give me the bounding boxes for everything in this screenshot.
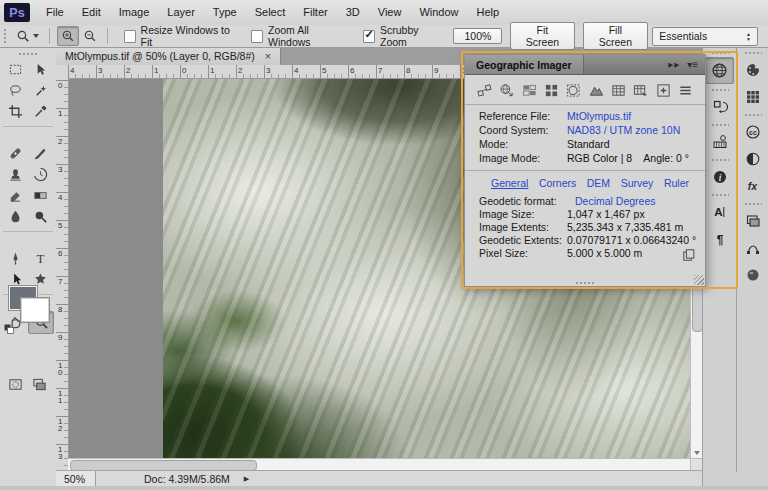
terrain-shader-button[interactable] [587,82,606,99]
transform-button[interactable] [475,82,494,99]
coord-system-link[interactable]: NAD83 / UTM zone 10N [567,124,680,136]
history-panel-button[interactable] [706,94,733,119]
zoom-percent-button[interactable]: 100% [453,28,502,44]
menu-help[interactable]: Help [468,0,509,25]
menu-filter[interactable]: Filter [294,0,336,25]
menu-layer[interactable]: Layer [158,0,204,25]
attribute-table-button[interactable] [609,82,628,99]
fit-screen-button[interactable]: Fit Screen [510,22,574,50]
history-brush-tool[interactable] [28,164,52,185]
drag-dots[interactable] [744,202,762,206]
marquee-tool[interactable] [3,59,27,80]
drag-dots[interactable] [744,113,762,117]
fill-screen-button[interactable]: Fill Screen [583,22,649,50]
styles-panel-button[interactable]: fx [740,173,767,198]
paths-panel-button[interactable] [740,235,767,260]
panel-resize-grip[interactable] [694,275,704,285]
timeline-panel-button[interactable] [706,129,733,154]
gradient-tool[interactable] [28,185,52,206]
paragraph-panel-button[interactable]: ¶ [706,226,733,251]
eyedropper-tool[interactable] [28,101,52,122]
checkbox-icon[interactable] [124,30,136,43]
libraries-panel-button[interactable]: cc [740,119,767,144]
crop-tool[interactable] [3,101,27,122]
menu-window[interactable]: Window [410,0,467,25]
background-color-swatch[interactable] [21,298,49,322]
tab-survey[interactable]: Survey [621,177,654,189]
panel-menu-icon[interactable]: ▾≡ [687,59,698,70]
tab-ruler[interactable]: Ruler [664,177,689,189]
scrubby-zoom-checkbox[interactable]: Scrubby Zoom [363,24,439,48]
collapse-panel-icon[interactable]: ▶▶ [668,61,680,69]
options-bar-grip[interactable] [3,28,7,44]
menu-3d[interactable]: 3D [337,0,369,25]
zoom-in-button[interactable] [57,26,78,46]
menu-edit[interactable]: Edit [73,0,110,25]
copy-info-icon[interactable] [682,248,696,262]
info-panel-button[interactable]: i [706,164,733,189]
drag-dots[interactable] [744,51,762,55]
menu-type[interactable]: Type [204,0,246,25]
drag-dots[interactable] [711,51,729,55]
zoom-out-button[interactable] [81,27,100,45]
menu-image[interactable]: Image [110,0,159,25]
tool-preset-picker[interactable] [12,29,43,43]
zoom-all-windows-checkbox[interactable]: Zoom All Windows [251,24,343,48]
zoom-level-field[interactable]: 50% [56,471,96,487]
tab-corners[interactable]: Corners [539,177,576,189]
default-colors-icon[interactable] [3,323,15,335]
healing-brush-tool[interactable] [3,143,27,164]
mosaic-button[interactable] [520,82,539,99]
drag-dots[interactable] [575,281,595,285]
menu-select[interactable]: Select [246,0,295,25]
brush-tool[interactable] [28,143,52,164]
workspace-switcher[interactable]: Essentials ▲▼ [652,27,758,46]
lasso-tool[interactable] [3,80,27,101]
magic-wand-tool[interactable] [28,80,52,101]
scroll-down-button[interactable] [691,447,702,458]
panel-tools-button[interactable] [676,82,695,99]
reference-file-link[interactable]: MtOlympus.tif [567,110,631,122]
tab-general[interactable]: General [491,177,528,189]
menu-file[interactable]: File [37,0,73,25]
export-table-button[interactable] [631,82,650,99]
clone-stamp-tool[interactable] [3,164,27,185]
3d-panel-button[interactable] [740,262,767,287]
tab-dem[interactable]: DEM [587,177,610,189]
adjustments-panel-button[interactable] [740,146,767,171]
swatches-panel-button[interactable] [740,84,767,109]
type-tool[interactable]: T [28,248,52,269]
color-panel-button[interactable] [740,57,767,82]
tile-button[interactable] [542,82,561,99]
pen-tool[interactable] [3,248,27,269]
quick-mask-button[interactable] [5,377,25,392]
checkbox-icon[interactable] [251,30,263,43]
eraser-tool[interactable] [3,185,27,206]
zoom-extent-button[interactable] [654,82,673,99]
georeference-button[interactable] [564,82,583,99]
drag-dots[interactable] [711,193,729,197]
panel-tab[interactable]: Geographic Imager [465,55,584,74]
geodetic-format-link[interactable]: Decimal Degrees [567,195,656,207]
checkbox-icon[interactable] [363,30,375,43]
dodge-tool[interactable] [28,206,52,227]
panel-title-bar[interactable]: Geographic Imager ▶▶ ▾≡ [465,55,705,75]
close-icon[interactable]: × [265,51,271,61]
document-tab[interactable]: MtOlympus.tif @ 50% (Layer 0, RGB/8#) × [56,47,281,65]
menu-view[interactable]: View [369,0,411,25]
drag-dots[interactable] [18,52,38,56]
import-button[interactable] [497,82,516,99]
blur-tool[interactable] [3,206,27,227]
status-flyout-arrow-icon[interactable]: ▶ [244,475,249,483]
drag-dots[interactable] [711,158,729,162]
geographic-imager-panel-button[interactable] [705,57,734,84]
drag-dots[interactable] [711,88,729,92]
layers-panel-button[interactable] [740,208,767,233]
drag-dots[interactable] [711,123,729,127]
screen-mode-button[interactable] [29,377,49,392]
move-tool[interactable] [28,59,52,80]
ruler-number: 2 [58,138,62,145]
vertical-ruler[interactable]: 01234567891 01 11 21 3 [56,78,69,470]
character-panel-button[interactable]: A [706,199,733,224]
resize-windows-checkbox[interactable]: Resize Windows to Fit [124,24,231,48]
